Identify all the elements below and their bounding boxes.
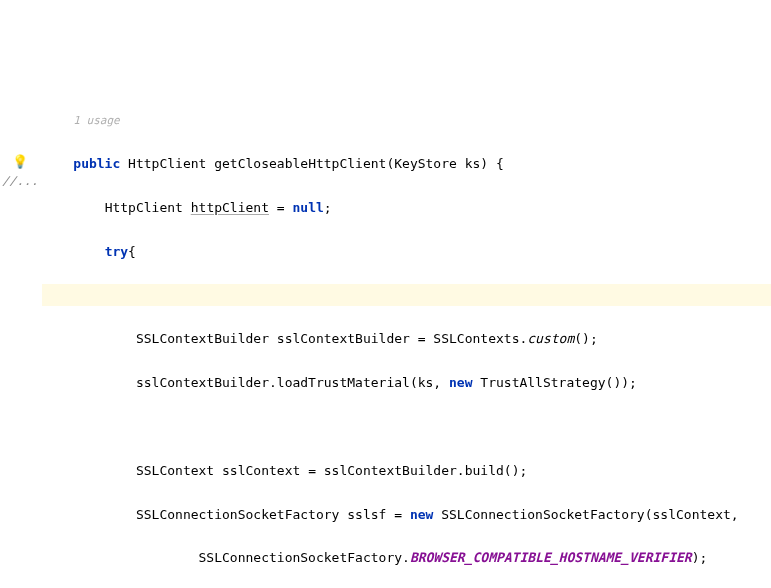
type: SSLContextBuilder <box>136 331 269 346</box>
code-line[interactable]: SSLContextBuilder sslContextBuilder = SS… <box>42 328 771 350</box>
var: sslContextBuilder <box>277 331 410 346</box>
comma: , <box>731 507 739 522</box>
brace: { <box>128 244 136 259</box>
keyword: null <box>293 200 324 215</box>
code-editor[interactable]: 💡 //... 1 usage public HttpClient getClo… <box>0 87 771 588</box>
comma: , <box>433 375 449 390</box>
class: SSLConnectionSocketFactory <box>199 550 403 565</box>
code-area[interactable]: 1 usage public HttpClient getCloseableHt… <box>42 87 771 588</box>
editor-gutter: 💡 //... <box>0 87 42 588</box>
param: ks <box>465 156 481 171</box>
code-line[interactable]: SSLConnectionSocketFactory sslsf = new S… <box>42 504 771 526</box>
code-fold-marker[interactable]: //... <box>2 171 38 191</box>
type: HttpClient <box>105 200 183 215</box>
usage-hint[interactable]: 1 usage <box>73 114 119 127</box>
code-line[interactable]: 1 usage <box>42 109 771 131</box>
paren: ()); <box>606 375 637 390</box>
keyword: new <box>449 375 472 390</box>
code-line[interactable]: SSLConnectionSocketFactory.BROWSER_COMPA… <box>42 547 771 569</box>
text: = <box>386 507 409 522</box>
code-line[interactable]: try{ <box>42 241 771 263</box>
arg: ks <box>418 375 434 390</box>
text: = <box>300 463 323 478</box>
text: = <box>410 331 433 346</box>
code-line[interactable]: SSLContext sslContext = sslContextBuilde… <box>42 460 771 482</box>
code-line[interactable]: HttpClient httpClient = null; <box>42 197 771 219</box>
brace: { <box>496 156 504 171</box>
intention-bulb-icon[interactable]: 💡 <box>12 151 26 165</box>
code-line[interactable]: sslContextBuilder.loadTrustMaterial(ks, … <box>42 372 771 394</box>
var: sslContext <box>222 463 300 478</box>
code-line[interactable] <box>42 416 771 438</box>
method: loadTrustMaterial <box>277 375 410 390</box>
var: sslContextBuilder <box>324 463 457 478</box>
var: sslsf <box>347 507 386 522</box>
type: HttpClient <box>128 156 206 171</box>
keyword: try <box>105 244 128 259</box>
type: SSLConnectionSocketFactory <box>136 507 340 522</box>
keyword: public <box>73 156 120 171</box>
method: build <box>465 463 504 478</box>
class: TrustAllStrategy <box>473 375 606 390</box>
class: SSLContexts <box>433 331 519 346</box>
dot: . <box>269 375 277 390</box>
method-name: getCloseableHttpClient <box>214 156 386 171</box>
code-line[interactable]: public HttpClient getCloseableHttpClient… <box>42 153 771 175</box>
arg: sslContext <box>653 507 731 522</box>
semi: ; <box>324 200 332 215</box>
paren: (); <box>504 463 527 478</box>
var: sslContextBuilder <box>136 375 269 390</box>
paren: (); <box>574 331 597 346</box>
paren: ( <box>645 507 653 522</box>
dot: . <box>402 550 410 565</box>
var: httpClient <box>191 200 269 215</box>
keyword: new <box>410 507 433 522</box>
class: SSLConnectionSocketFactory <box>433 507 644 522</box>
dot: . <box>457 463 465 478</box>
code-line-highlighted[interactable] <box>42 284 771 306</box>
method: custom <box>527 331 574 346</box>
type: KeyStore <box>394 156 457 171</box>
type: SSLContext <box>136 463 214 478</box>
constant: BROWSER_COMPATIBLE_HOSTNAME_VERIFIER <box>410 550 692 565</box>
text: = <box>269 200 292 215</box>
paren: ); <box>692 550 708 565</box>
